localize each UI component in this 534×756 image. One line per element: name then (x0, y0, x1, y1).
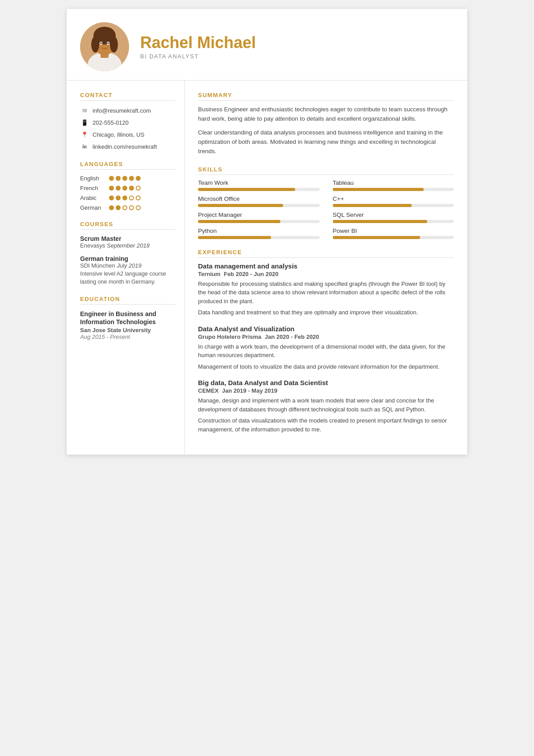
dot (122, 176, 127, 181)
dot (116, 195, 121, 200)
lang-dots-arabic (109, 195, 141, 200)
skill-bar-fill (198, 188, 295, 191)
header-section: Rachel Michael BI DATA ANALYST (67, 9, 467, 81)
skill-python: Python (198, 228, 320, 239)
exp-company-ternium: Ternium Feb 2020 - Jun 2020 (198, 271, 454, 277)
dot (116, 186, 121, 191)
skill-bar-fill (333, 204, 412, 207)
linkedin-icon: in (80, 142, 89, 151)
lang-german: German (80, 204, 175, 211)
skill-bar-fill (198, 220, 280, 223)
dot (122, 195, 127, 200)
contact-phone: 📱 202-555-0120 (80, 118, 175, 127)
dot (136, 195, 141, 200)
skill-teamwork: Team Work (198, 179, 320, 191)
skills-title: SKILLS (198, 166, 454, 175)
email-icon: ✉ (80, 106, 89, 115)
summary-title: SUMMARY (198, 92, 454, 101)
course-provider-scrum: Enevasys September 2018 (80, 242, 175, 249)
lang-arabic: Arabic (80, 195, 175, 201)
phone-icon: 📱 (80, 118, 89, 127)
candidate-name: Rachel Michael (140, 34, 449, 52)
dot (109, 186, 114, 191)
skills-grid: Team Work Tableau Microsoft Office (198, 179, 454, 239)
dot (136, 205, 141, 210)
languages-section: LANGUAGES English French (80, 161, 175, 211)
exp-company-cemex: CEMEX Jan 2019 - May 2019 (198, 387, 454, 394)
dot (122, 186, 127, 191)
dot (116, 205, 121, 210)
svg-point-10 (107, 42, 109, 44)
skill-bar-fill (198, 204, 283, 207)
exp-ternium: Data management and analysis Ternium Feb… (198, 262, 454, 317)
dot (129, 176, 134, 181)
dot (129, 186, 134, 191)
courses-section: COURSES Scrum Master Enevasys September … (80, 221, 175, 286)
header-info: Rachel Michael BI DATA ANALYST (140, 34, 449, 60)
contact-title: CONTACT (80, 92, 175, 101)
lang-dots-french (109, 186, 141, 191)
dot (116, 176, 121, 181)
skill-bar-fill (198, 236, 271, 239)
contact-email: ✉ info@resumekraft.com (80, 106, 175, 115)
skill-bar-bg (198, 236, 320, 239)
skill-bar-fill (333, 236, 420, 239)
skill-msoffice: Microsoft Office (198, 195, 320, 207)
exp-hotelero: Data Analyst and Visualization Grupo Hot… (198, 325, 454, 371)
dot (129, 195, 134, 200)
skill-bar-fill (333, 220, 428, 223)
skill-bar-bg (198, 204, 320, 207)
lang-dots-english (109, 176, 141, 181)
left-column: CONTACT ✉ info@resumekraft.com 📱 202-555… (67, 81, 185, 455)
education-section: EDUCATION Engineer in Business and Infor… (80, 296, 175, 340)
skill-sqlserver: SQL Server (333, 211, 454, 223)
resume-container: Rachel Michael BI DATA ANALYST CONTACT ✉… (67, 9, 467, 455)
skill-tableau: Tableau (333, 179, 454, 191)
education-title: EDUCATION (80, 296, 175, 305)
candidate-title: BI DATA ANALYST (140, 53, 449, 60)
skill-bar-bg (333, 236, 454, 239)
lang-dots-german (109, 205, 141, 210)
languages-title: LANGUAGES (80, 161, 175, 170)
dot (136, 176, 141, 181)
lang-english: English (80, 175, 175, 182)
skill-bar-bg (333, 204, 454, 207)
skill-bar-bg (198, 220, 320, 223)
avatar-image (80, 22, 129, 71)
dot (109, 195, 114, 200)
course-german: German training SDI München July 2019 In… (80, 255, 175, 286)
lang-french: French (80, 185, 175, 191)
dot (109, 205, 114, 210)
course-provider-german: SDI München July 2019 (80, 262, 175, 269)
dot (109, 176, 114, 181)
location-icon: 📍 (80, 130, 89, 139)
avatar (80, 22, 129, 71)
svg-point-6 (110, 37, 118, 53)
skill-powerbi: Power BI (333, 228, 454, 239)
dot (136, 186, 141, 191)
skill-bar-bg (333, 188, 454, 191)
skill-bar-bg (198, 188, 320, 191)
experience-section: EXPERIENCE Data management and analysis … (198, 249, 454, 434)
skill-bar-bg (333, 220, 454, 223)
body: CONTACT ✉ info@resumekraft.com 📱 202-555… (67, 81, 467, 455)
svg-point-9 (100, 42, 102, 44)
experience-title: EXPERIENCE (198, 249, 454, 258)
svg-point-5 (91, 37, 99, 53)
skills-section: SKILLS Team Work Tableau (198, 166, 454, 239)
contact-linkedin: in linkedin.com/resumekraft (80, 142, 175, 151)
summary-section: SUMMARY Business Engineer and enthusiast… (198, 92, 454, 156)
courses-title: COURSES (80, 221, 175, 230)
skill-bar-fill (333, 188, 424, 191)
right-column: SUMMARY Business Engineer and enthusiast… (185, 81, 467, 455)
contact-location: 📍 Chicago, Illinois, US (80, 130, 175, 139)
contact-section: CONTACT ✉ info@resumekraft.com 📱 202-555… (80, 92, 175, 151)
exp-cemex: Big data, Data Analyst and Data Scientis… (198, 379, 454, 434)
skill-pm: Project Manager (198, 211, 320, 223)
exp-company-hotelero: Grupo Hotelero Prisma Jan 2020 - Feb 202… (198, 333, 454, 340)
dot (122, 205, 127, 210)
skill-cpp: C++ (333, 195, 454, 207)
course-scrum: Scrum Master Enevasys September 2018 (80, 235, 175, 249)
dot (129, 205, 134, 210)
